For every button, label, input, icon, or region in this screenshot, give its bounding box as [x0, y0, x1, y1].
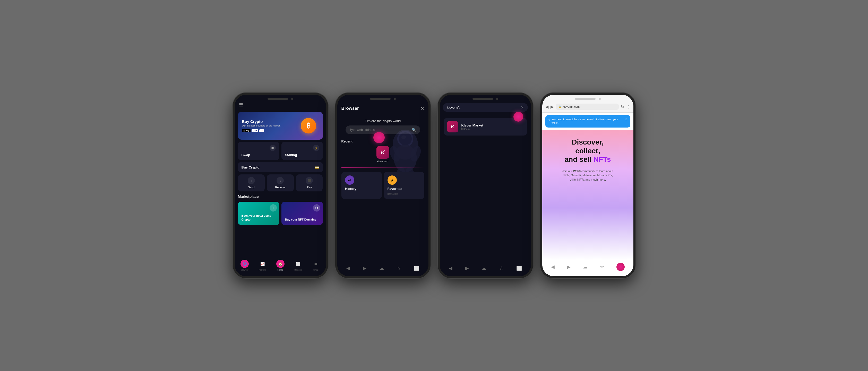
- browser-nav-icon: 🌐: [241, 260, 249, 268]
- nav-balance[interactable]: ⬜ Balance: [289, 260, 307, 271]
- swap-label: Swap: [242, 153, 276, 157]
- staking-icon: ⚡: [313, 145, 319, 151]
- nav-swap[interactable]: ⇄ Swap: [307, 260, 325, 271]
- p4-bookmark-nav[interactable]: ☆: [600, 264, 604, 270]
- status-bar-1: [235, 95, 326, 101]
- notification-text: You need to select the Klever network fi…: [552, 118, 623, 125]
- p4-forward-nav[interactable]: ▶: [567, 264, 570, 270]
- status-bar-2: [337, 95, 429, 101]
- menu-icon[interactable]: ☰: [239, 102, 243, 108]
- notch-3: [472, 98, 493, 100]
- klever-k: K: [381, 149, 384, 155]
- download-icon-3[interactable]: ☁: [482, 265, 487, 271]
- nav-browser[interactable]: 🌐 Browser: [236, 260, 254, 271]
- headline-line3: and sell: [565, 155, 593, 163]
- history-card[interactable]: ↩ History: [341, 172, 382, 199]
- tabs-icon[interactable]: ⬜: [414, 265, 420, 271]
- more-btn[interactable]: ⋮: [626, 104, 630, 109]
- bookmark-icon[interactable]: ☆: [397, 265, 401, 271]
- back-btn-3[interactable]: ◀: [449, 265, 453, 271]
- bookmark-icon-3[interactable]: ☆: [499, 265, 503, 271]
- send-icon: ↑: [248, 177, 255, 184]
- nav-portfolio[interactable]: 📈 Portfolio: [254, 260, 271, 271]
- phone-1: ☰ Buy Crypto with the best providers on …: [233, 93, 328, 278]
- app-header: ☰: [235, 101, 326, 110]
- browser-search-bar[interactable]: 🔍: [346, 125, 420, 134]
- camera-dot: [291, 98, 293, 100]
- hotel-card[interactable]: T Book your hotel using Crypto: [238, 202, 279, 225]
- result-url: https://...: [461, 127, 483, 130]
- search-bottom-nav: ◀ ▶ ☁ ☆ ⬜: [440, 263, 531, 276]
- forward-btn[interactable]: ▶: [363, 265, 366, 271]
- browser-close-btn[interactable]: ✕: [421, 106, 424, 111]
- send-btn[interactable]: ↑ Send: [238, 174, 265, 192]
- notification-close-btn[interactable]: ✕: [625, 118, 627, 121]
- nft-subtitle: Join our Web3 community to learn about N…: [560, 169, 616, 182]
- download-icon[interactable]: ☁: [379, 265, 384, 271]
- swap-nav-label: Swap: [313, 269, 318, 271]
- nft-domains-card[interactable]: U Buy your NFT Domains: [281, 202, 323, 225]
- klever-market-info: Klever Market https://...: [461, 123, 483, 130]
- staking-label: Staking: [285, 153, 319, 157]
- search-icon: 🔍: [412, 128, 416, 132]
- tabs-icon-3[interactable]: ⬜: [516, 265, 522, 271]
- p4-forward-btn[interactable]: ▶: [551, 104, 554, 109]
- receive-label: Receive: [275, 186, 285, 189]
- headline-text: Discover, collect, and sell NFTs: [565, 138, 611, 164]
- klever-nft-recent[interactable]: K Klever NFT: [341, 146, 424, 163]
- search-clear-btn[interactable]: ✕: [521, 105, 524, 110]
- browser-search-input[interactable]: [350, 128, 410, 132]
- card-icon: 💳: [315, 165, 319, 169]
- browser-bottom-nav: ◀ ▶ ☁ ☆ ⬜: [337, 263, 429, 276]
- staking-card[interactable]: ⚡ Staking: [281, 142, 323, 160]
- pay-btn[interactable]: ⬛ Pay: [296, 174, 323, 192]
- search-bar-3[interactable]: klevernft ✕: [443, 103, 528, 112]
- banner-text: Buy Crypto with the best providers on th…: [242, 119, 281, 132]
- hotel-icon: T: [270, 204, 277, 211]
- status-bar-3: [440, 95, 531, 101]
- nft-icon: U: [313, 204, 320, 211]
- nav-home[interactable]: 🏠 Home: [271, 260, 289, 271]
- browser-title: Browser: [341, 106, 359, 111]
- notch-2: [370, 98, 391, 100]
- forward-btn-3[interactable]: ▶: [465, 265, 469, 271]
- payment-icons: ⬛ Pay VISA ●●: [242, 129, 281, 132]
- favorites-icon: ★: [388, 175, 397, 185]
- pink-orb: [373, 132, 385, 143]
- buy-crypto-banner[interactable]: Buy Crypto with the best providers on th…: [238, 112, 323, 140]
- browser-bottom-cards: ↩ History ★ Favorites 0 favorites: [337, 170, 429, 201]
- visa-icon: VISA: [252, 129, 258, 132]
- klever-nft-label: Klever NFT: [377, 160, 389, 163]
- balance-nav-label: Balance: [294, 269, 302, 271]
- browser-nav-label: Browser: [241, 269, 248, 271]
- swap-icon-row: ⇄: [242, 145, 276, 151]
- favorites-label: Favorites: [388, 187, 402, 191]
- klever-market-icon: K: [447, 121, 458, 133]
- camera-dot-3: [496, 98, 498, 100]
- reload-btn[interactable]: ↻: [621, 104, 624, 109]
- lock-icon: 🔒: [558, 105, 561, 108]
- buy-crypto-card[interactable]: Buy Crypto 💳: [238, 162, 323, 172]
- camera-dot-2: [394, 98, 396, 100]
- url-bar[interactable]: 🔒 klevernft.com/: [556, 104, 619, 110]
- bottom-nav-1: 🌐 Browser 📈 Portfolio 🏠 Home ⬜ Balance ⇄: [235, 257, 326, 276]
- browser-header: Browser ✕: [337, 101, 429, 114]
- swap-card[interactable]: ⇄ Swap: [238, 142, 279, 160]
- balance-nav-icon: ⬜: [294, 260, 302, 268]
- favorites-card[interactable]: ★ Favorites 0 favorites: [384, 172, 424, 199]
- phone-4: ◀ ▶ 🔒 klevernft.com/ ↻ ⋮ ℹ You need to s…: [540, 93, 636, 278]
- actions-row: ↑ Send ↓ Receive ⬛ Pay: [238, 174, 323, 192]
- p4-back-nav[interactable]: ◀: [551, 264, 555, 270]
- receive-btn[interactable]: ↓ Receive: [267, 174, 294, 192]
- marketplace-grid: T Book your hotel using Crypto U Buy you…: [238, 202, 323, 225]
- p4-back-btn[interactable]: ◀: [546, 104, 549, 109]
- klever-market-result[interactable]: K Klever Market https://...: [444, 118, 527, 136]
- p4-download-nav[interactable]: ☁: [583, 264, 588, 270]
- back-btn[interactable]: ◀: [346, 265, 350, 271]
- p4-avatar[interactable]: [616, 263, 625, 271]
- headline-line2: collect,: [575, 147, 600, 155]
- banner-title: Buy Crypto: [242, 119, 281, 124]
- phone-2: Browser ✕ Explore th: [335, 93, 431, 278]
- klever-market-k: K: [451, 124, 454, 130]
- swap-icon: ⇄: [270, 145, 276, 151]
